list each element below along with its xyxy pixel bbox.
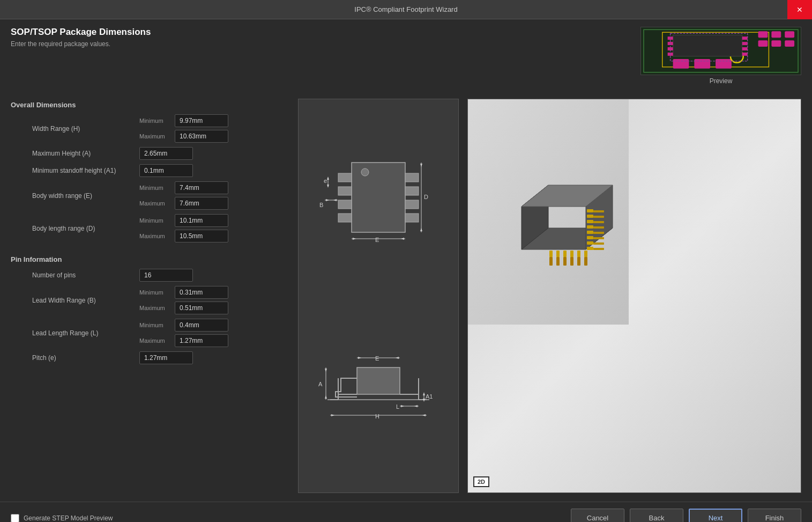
svg-rect-99 xyxy=(593,248,604,250)
cancel-button[interactable]: Cancel xyxy=(571,509,624,522)
svg-rect-110 xyxy=(577,257,580,266)
svg-rect-111 xyxy=(584,257,587,266)
svg-rect-3 xyxy=(758,31,768,38)
num-pins-group: Number of pins xyxy=(11,269,289,282)
svg-rect-7 xyxy=(771,40,781,47)
finish-button[interactable]: Finish xyxy=(748,509,801,522)
lead-length-l-group: Lead Length Range (L) Minimum Maximum xyxy=(11,319,289,347)
body-length-d-max-input[interactable] xyxy=(175,230,228,242)
svg-rect-8 xyxy=(785,40,794,47)
min-standoff-a1-label: Minimum standoff height (A1) xyxy=(32,167,139,174)
svg-rect-108 xyxy=(563,257,567,266)
svg-rect-89 xyxy=(587,236,593,239)
lead-length-l-max-input[interactable] xyxy=(175,334,228,347)
svg-rect-85 xyxy=(587,215,593,218)
svg-rect-86 xyxy=(587,220,593,223)
min-label-1: Minimum xyxy=(139,117,172,124)
svg-rect-20 xyxy=(742,47,748,50)
svg-rect-97 xyxy=(593,237,604,239)
svg-rect-24 xyxy=(352,163,405,232)
close-button[interactable]: ✕ xyxy=(787,0,812,19)
generate-step-label: Generate STEP Model Preview xyxy=(24,514,113,522)
svg-rect-18 xyxy=(742,36,748,40)
svg-rect-109 xyxy=(570,257,573,266)
lead-length-l-label: Lead Length Range (L) xyxy=(32,329,139,337)
body-width-e-max-input[interactable] xyxy=(175,197,228,210)
body-width-e-min-input[interactable] xyxy=(175,181,228,194)
svg-rect-84 xyxy=(587,209,593,212)
max-height-a-group: Maximum Height (A) xyxy=(11,147,289,160)
svg-rect-28 xyxy=(338,200,352,209)
body-width-e-label: Body width range (E) xyxy=(32,192,139,200)
form-panel: Overall Dimensions Width Range (H) Minim… xyxy=(11,99,289,493)
pitch-e-label: Pitch (e) xyxy=(32,354,139,362)
max-height-a-input[interactable] xyxy=(139,147,193,160)
lead-width-b-max-input[interactable] xyxy=(175,302,228,314)
back-button[interactable]: Back xyxy=(630,509,683,522)
svg-text:E: E xyxy=(375,237,379,243)
svg-rect-51 xyxy=(357,367,400,394)
min-label-2: Minimum xyxy=(139,185,172,191)
svg-rect-33 xyxy=(405,214,419,222)
svg-rect-93 xyxy=(593,216,604,218)
svg-text:e: e xyxy=(324,178,327,184)
preview-panel: 2D xyxy=(467,99,801,493)
footer: Generate STEP Model Preview Cancel Back … xyxy=(0,502,812,522)
title-bar-text: IPC® Compliant Footprint Wizard xyxy=(354,5,457,13)
top-view-diagram: e B D E xyxy=(309,146,448,254)
svg-rect-106 xyxy=(549,257,553,266)
body-length-d-label: Body length range (D) xyxy=(32,225,139,232)
lead-width-b-group: Lead Width Range (B) Minimum Maximum xyxy=(11,286,289,314)
svg-text:E: E xyxy=(375,355,379,362)
diagram-panel: e B D E xyxy=(298,99,459,493)
min-standoff-a1-group: Minimum standoff height (A1) xyxy=(11,164,289,177)
overall-dimensions-title: Overall Dimensions xyxy=(11,101,289,109)
svg-rect-91 xyxy=(587,247,593,250)
side-view-diagram: A A1 E L H xyxy=(309,338,448,445)
main-content: Overall Dimensions Width Range (H) Minim… xyxy=(0,90,812,502)
pin-information-title: Pin Information xyxy=(11,255,289,263)
width-range-h-max-input[interactable] xyxy=(175,130,228,143)
svg-rect-31 xyxy=(405,187,419,195)
min-label-5: Minimum xyxy=(139,322,172,328)
2d-badge: 2D xyxy=(473,476,489,487)
svg-rect-21 xyxy=(742,53,748,56)
lead-width-b-label: Lead Width Range (B) xyxy=(32,297,139,304)
svg-rect-30 xyxy=(405,173,419,182)
svg-text:D: D xyxy=(424,194,428,200)
svg-rect-102 xyxy=(563,251,567,257)
page-subtitle: Enter the required package values. xyxy=(11,40,151,48)
page-title: SOP/TSOP Package Dimensions xyxy=(11,27,151,38)
svg-rect-10 xyxy=(694,59,710,69)
min-standoff-a1-input[interactable] xyxy=(139,164,193,177)
next-button[interactable]: Next xyxy=(689,509,742,522)
width-range-h-min-input[interactable] xyxy=(175,114,228,127)
svg-rect-32 xyxy=(405,200,419,209)
max-label-3: Maximum xyxy=(139,233,172,239)
num-pins-input[interactable] xyxy=(139,269,193,282)
min-label-3: Minimum xyxy=(139,217,172,224)
svg-rect-107 xyxy=(556,257,560,266)
svg-rect-29 xyxy=(338,214,352,222)
svg-rect-13 xyxy=(673,35,742,56)
pitch-e-group: Pitch (e) xyxy=(11,351,289,364)
svg-text:A: A xyxy=(318,381,323,387)
generate-step-checkbox[interactable] xyxy=(11,514,19,523)
svg-rect-98 xyxy=(593,242,604,245)
width-range-h-label: Width Range (H) xyxy=(32,125,139,133)
lead-length-l-min-input[interactable] xyxy=(175,319,228,332)
pitch-e-input[interactable] xyxy=(139,351,193,364)
svg-rect-9 xyxy=(673,59,689,69)
3d-preview: 2D xyxy=(467,99,801,493)
svg-rect-100 xyxy=(549,251,553,257)
svg-text:H: H xyxy=(375,413,379,420)
lead-width-b-min-input[interactable] xyxy=(175,286,228,299)
body-length-d-min-input[interactable] xyxy=(175,214,228,227)
svg-rect-96 xyxy=(593,232,604,234)
max-height-a-label: Maximum Height (A) xyxy=(32,150,139,157)
svg-rect-87 xyxy=(587,225,593,229)
svg-rect-105 xyxy=(584,251,587,257)
svg-rect-26 xyxy=(338,173,352,182)
max-label-2: Maximum xyxy=(139,200,172,207)
preview-header-label: Preview xyxy=(710,77,733,85)
